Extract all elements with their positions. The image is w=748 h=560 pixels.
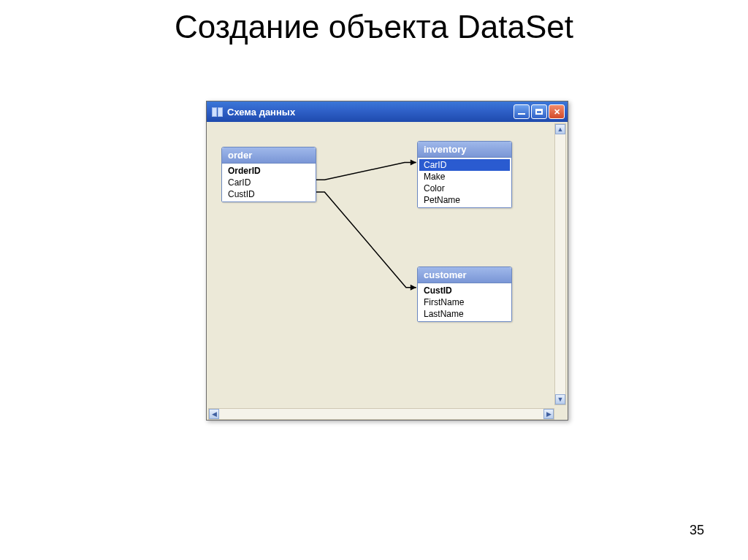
field-customer-custid[interactable]: CustID [419,285,510,296]
diagram-canvas[interactable]: order OrderID CarID CustID inventory Car… [208,123,554,405]
window-titlebar[interactable]: Схема данных [207,101,568,122]
field-customer-lastname[interactable]: LastName [419,308,510,320]
svg-marker-0 [411,159,416,165]
table-inventory-header[interactable]: inventory [418,142,511,158]
field-customer-firstname[interactable]: FirstName [419,296,510,308]
scroll-up-button[interactable]: ▲ [555,124,565,134]
slide-title: Создание объекта DataSet [0,0,748,45]
vertical-scrollbar[interactable]: ▲ ▼ [554,123,566,405]
client-area: order OrderID CarID CustID inventory Car… [207,122,568,407]
close-button[interactable] [549,104,565,119]
svg-marker-1 [411,285,416,291]
table-inventory-body: CarID Make Color PetName [418,158,511,207]
field-inventory-petname[interactable]: PetName [419,194,510,206]
app-icon [211,106,223,118]
field-order-carid[interactable]: CarID [224,177,314,188]
field-inventory-make[interactable]: Make [419,171,510,183]
page-number: 35 [690,523,704,538]
table-order[interactable]: order OrderID CarID CustID [221,147,316,202]
table-order-body: OrderID CarID CustID [222,164,316,202]
schema-window: Схема данных order OrderID CarID CustID [206,101,568,421]
window-title: Схема данных [227,107,295,118]
table-order-header[interactable]: order [222,147,316,164]
minimize-button[interactable] [514,104,530,119]
scroll-down-button[interactable]: ▼ [555,394,565,404]
table-inventory[interactable]: inventory CarID Make Color PetName [417,141,512,208]
field-inventory-carid[interactable]: CarID [419,159,510,171]
scroll-right-button[interactable]: ▶ [543,409,554,419]
scroll-left-button[interactable]: ◀ [209,409,219,419]
table-customer[interactable]: customer CustID FirstName LastName [417,266,512,322]
horizontal-scrollbar[interactable]: ◀ ▶ [208,408,554,420]
field-order-orderid[interactable]: OrderID [224,165,314,177]
field-order-custid[interactable]: CustID [224,188,314,200]
maximize-button[interactable] [531,104,547,119]
table-customer-header[interactable]: customer [418,267,511,283]
field-inventory-color[interactable]: Color [419,183,510,194]
table-customer-body: CustID FirstName LastName [418,283,511,321]
